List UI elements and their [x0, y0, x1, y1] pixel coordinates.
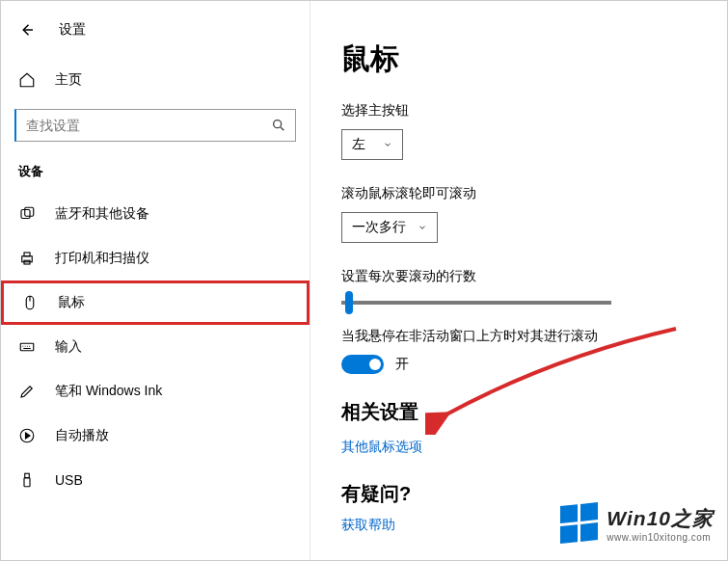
search-input[interactable] [14, 109, 296, 142]
scroll-mode-select[interactable]: 一次多行 [341, 212, 438, 243]
usb-icon [18, 471, 36, 489]
scroll-mode-value: 一次多行 [352, 219, 406, 236]
mouse-icon [21, 294, 39, 311]
svg-point-0 [274, 120, 282, 128]
hover-scroll-label: 当我悬停在非活动窗口上方时对其进行滚动 [341, 328, 710, 345]
sidebar-item-bluetooth[interactable]: 蓝牙和其他设备 [1, 192, 310, 236]
primary-button-select[interactable]: 左 [341, 129, 403, 160]
hover-scroll-toggle-row: 开 [341, 355, 710, 374]
sidebar-item-label: 打印机和扫描仪 [55, 250, 149, 267]
get-help-link[interactable]: 获取帮助 [341, 517, 395, 534]
search-icon [271, 118, 286, 133]
sidebar-group-label: 设备 [1, 142, 310, 186]
other-mouse-options-link[interactable]: 其他鼠标选项 [341, 439, 422, 456]
scroll-lines-slider[interactable] [341, 301, 611, 305]
sidebar-item-typing[interactable]: 输入 [1, 325, 310, 369]
svg-rect-3 [22, 256, 33, 262]
header-row: 设置 [1, 11, 310, 49]
svg-rect-9 [25, 473, 30, 478]
svg-rect-1 [21, 210, 30, 219]
content-pane: 鼠标 选择主按钮 左 滚动鼠标滚轮即可滚动 一次多行 设置每次要滚动的行数 当我… [310, 1, 728, 560]
sidebar-item-label: 蓝牙和其他设备 [55, 205, 149, 223]
chevron-down-icon [383, 140, 392, 149]
svg-rect-7 [20, 343, 34, 351]
toggle-state-label: 开 [395, 356, 409, 373]
sidebar-item-autoplay[interactable]: 自动播放 [1, 414, 310, 458]
bluetooth-icon [18, 205, 36, 223]
scroll-lines-label: 设置每次要滚动的行数 [341, 268, 710, 285]
slider-thumb[interactable] [345, 291, 353, 314]
sidebar-item-label: 输入 [55, 338, 82, 356]
sidebar-item-label: 鼠标 [58, 294, 85, 311]
sidebar-item-mouse[interactable]: 鼠标 [1, 280, 310, 325]
back-icon[interactable] [18, 21, 36, 39]
question-heading: 有疑问? [341, 481, 710, 507]
home-icon [18, 71, 36, 89]
sidebar-list: 蓝牙和其他设备 打印机和扫描仪 鼠标 输入 [1, 192, 310, 502]
svg-rect-4 [24, 253, 30, 256]
primary-button-label: 选择主按钮 [341, 102, 710, 120]
home-label: 主页 [55, 71, 82, 89]
search-wrapper [14, 109, 296, 142]
sidebar-item-label: 自动播放 [55, 427, 109, 444]
sidebar-pane: 设置 主页 设备 蓝牙和其他设备 打印机和扫描仪 [1, 1, 310, 560]
keyboard-icon [18, 338, 36, 356]
sidebar-item-pen[interactable]: 笔和 Windows Ink [1, 369, 310, 414]
toggle-knob [369, 359, 381, 370]
printer-icon [18, 250, 36, 267]
home-button[interactable]: 主页 [1, 61, 310, 99]
scroll-mode-label: 滚动鼠标滚轮即可滚动 [341, 185, 710, 202]
sidebar-item-usb[interactable]: USB [1, 458, 310, 502]
related-settings-heading: 相关设置 [341, 399, 710, 425]
page-title: 鼠标 [341, 40, 710, 79]
chevron-down-icon [418, 223, 427, 232]
autoplay-icon [18, 427, 36, 444]
sidebar-item-label: USB [55, 472, 83, 488]
svg-rect-10 [24, 478, 30, 487]
sidebar-item-printers[interactable]: 打印机和扫描仪 [1, 236, 310, 280]
hover-scroll-toggle[interactable] [341, 355, 384, 374]
sidebar-item-label: 笔和 Windows Ink [55, 383, 162, 400]
svg-rect-2 [25, 207, 34, 216]
primary-button-value: 左 [352, 136, 365, 153]
pen-icon [18, 383, 36, 400]
settings-title: 设置 [59, 21, 86, 39]
